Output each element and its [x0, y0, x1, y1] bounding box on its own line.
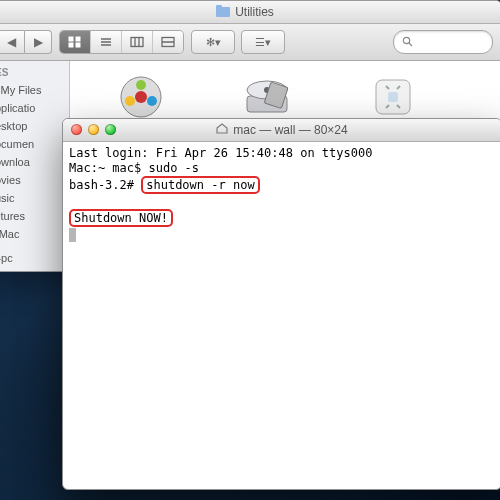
terminal-window: mac — wall — 80×24 Last login: Fri Apr 2… — [62, 118, 500, 490]
sidebar-item-documents[interactable]: ocumen — [0, 135, 69, 153]
search-icon — [402, 33, 413, 51]
arrange-button[interactable]: ☰▾ — [241, 30, 285, 54]
svg-point-18 — [135, 91, 147, 103]
svg-point-14 — [403, 37, 409, 43]
view-list-button[interactable] — [91, 31, 122, 53]
chevron-right-icon: ▶ — [34, 35, 43, 49]
sidebar-item-desktop[interactable]: esktop — [0, 117, 69, 135]
view-coverflow-button[interactable] — [153, 31, 183, 53]
home-icon — [216, 123, 228, 137]
svg-point-20 — [147, 96, 157, 106]
sidebar-item-downloads[interactable]: ownloa — [0, 153, 69, 171]
terminal-title: mac — wall — 80×24 — [233, 123, 347, 137]
sidebar-item-pictures[interactable]: ctures — [0, 207, 69, 225]
highlight-shutdown-cmd: shutdown -r now — [141, 176, 259, 194]
sidebar-item-airdrop[interactable]: rMac — [0, 225, 69, 243]
arrange-icon: ☰▾ — [255, 36, 271, 49]
svg-rect-1 — [216, 5, 222, 9]
nav-segment: ◀ ▶ — [0, 30, 52, 54]
chevron-left-icon: ◀ — [7, 35, 16, 49]
view-segment — [60, 31, 183, 53]
folder-icon — [216, 5, 235, 20]
svg-rect-9 — [131, 38, 143, 47]
term-line: Mac:~ mac$ — [69, 161, 148, 175]
sidebar-item-allmyfiles[interactable]: l My Files — [0, 81, 69, 99]
sidebar-item-music[interactable]: usic — [0, 189, 69, 207]
sidebar-item-pc[interactable]: l-pc — [0, 249, 69, 267]
sidebar-item-applications[interactable]: pplicatio — [0, 99, 69, 117]
svg-point-21 — [136, 80, 146, 90]
minimize-icon[interactable] — [88, 124, 99, 135]
view-column-button[interactable] — [122, 31, 153, 53]
term-line: bash-3.2# — [69, 178, 141, 192]
back-button[interactable]: ◀ — [0, 30, 25, 54]
highlight-shutdown-now: Shutdown NOW! — [69, 209, 173, 227]
terminal-cursor — [69, 228, 76, 242]
traffic-lights — [71, 124, 116, 135]
forward-button[interactable]: ▶ — [25, 30, 52, 54]
grid-icon — [68, 36, 82, 48]
svg-rect-3 — [76, 37, 80, 41]
coverflow-icon — [161, 36, 175, 48]
finder-titlebar[interactable]: Utilities — [0, 1, 500, 24]
search-field[interactable] — [393, 30, 493, 54]
term-line: Last login: Fri Apr 26 15:40:48 on ttys0… — [69, 146, 372, 160]
search-input[interactable] — [418, 35, 476, 49]
svg-line-15 — [409, 43, 412, 46]
list-icon — [99, 36, 113, 48]
colormeter-icon — [113, 69, 169, 125]
action-segment: ✻▾ ☰▾ — [191, 30, 285, 54]
svg-point-19 — [125, 96, 135, 106]
close-icon[interactable] — [71, 124, 82, 135]
grab-icon — [365, 69, 421, 125]
terminal-titlebar[interactable]: mac — wall — 80×24 — [63, 119, 500, 142]
action-button[interactable]: ✻▾ — [191, 30, 235, 54]
finder-toolbar: ◀ ▶ ✻▾ ☰▾ — [0, 24, 500, 61]
svg-rect-4 — [69, 43, 73, 47]
sidebar-header: ES — [0, 61, 69, 81]
view-icon-button[interactable] — [60, 31, 91, 53]
columns-icon — [130, 36, 144, 48]
svg-rect-27 — [388, 92, 398, 102]
finder-sidebar: ES l My Files pplicatio esktop ocumen ow… — [0, 61, 70, 272]
diskutility-icon — [239, 69, 295, 125]
gear-icon: ✻▾ — [206, 36, 221, 49]
svg-rect-5 — [76, 43, 80, 47]
svg-rect-2 — [69, 37, 73, 41]
zoom-icon[interactable] — [105, 124, 116, 135]
finder-title: Utilities — [235, 5, 274, 19]
desktop-background: Utilities ◀ ▶ ✻ — [0, 0, 500, 500]
term-cmd: sudo -s — [148, 161, 199, 175]
terminal-body[interactable]: Last login: Fri Apr 26 15:40:48 on ttys0… — [63, 142, 500, 246]
sidebar-item-movies[interactable]: ovies — [0, 171, 69, 189]
